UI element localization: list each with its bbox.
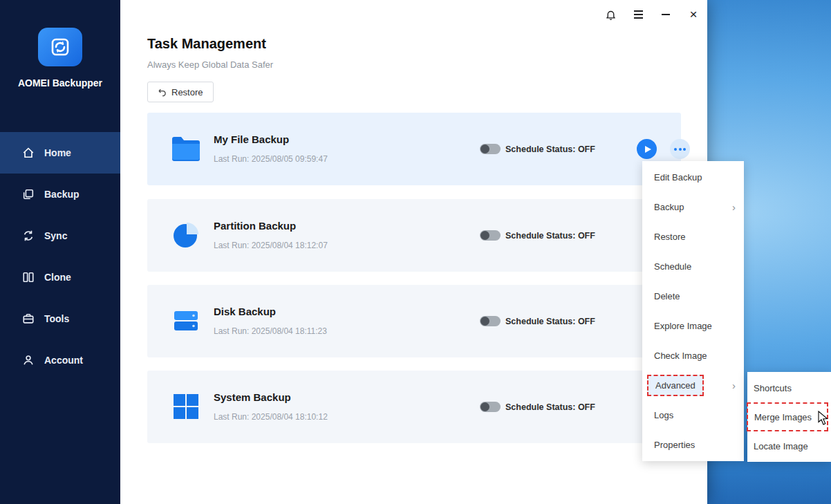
sidebar-item-label: Account xyxy=(44,355,83,366)
restore-button[interactable]: Restore xyxy=(147,82,214,102)
chevron-right-icon: › xyxy=(732,380,736,391)
run-backup-button[interactable] xyxy=(637,139,657,159)
menu-item-label: Properties xyxy=(654,440,695,450)
sidebar-item-sync[interactable]: Sync xyxy=(0,215,120,256)
menu-item-properties[interactable]: Properties xyxy=(642,430,744,460)
folder-icon xyxy=(169,132,203,165)
sidebar-item-label: Home xyxy=(44,147,71,158)
app-name: AOMEI Backupper xyxy=(0,77,120,88)
toggle-knob xyxy=(480,231,489,240)
menu-item-edit-backup[interactable]: Edit Backup xyxy=(642,162,744,192)
submenu-item-shortcuts[interactable]: Shortcuts xyxy=(747,373,831,402)
task-card-system-backup[interactable]: System Backup Last Run: 2025/08/04 18:10… xyxy=(147,371,681,443)
sidebar-item-label: Backup xyxy=(44,189,80,200)
schedule-status-label: Schedule Status: OFF xyxy=(505,144,595,154)
task-last-run: Last Run: 2025/08/04 18:11:23 xyxy=(214,326,327,336)
menu-item-label: Edit Backup xyxy=(654,172,702,183)
bell-icon xyxy=(605,9,617,21)
task-card-disk-backup[interactable]: Disk Backup Last Run: 2025/08/04 18:11:2… xyxy=(147,285,681,357)
menu-item-schedule[interactable]: Schedule xyxy=(642,252,744,281)
advanced-submenu: Shortcuts Merge Images Locate Image xyxy=(747,372,831,462)
menu-item-delete[interactable]: Delete xyxy=(642,281,744,311)
sidebar-item-label: Tools xyxy=(44,313,69,324)
close-button[interactable]: × xyxy=(683,6,704,24)
submenu-item-label: Shortcuts xyxy=(754,383,792,393)
schedule-toggle[interactable] xyxy=(480,402,501,412)
sidebar-item-backup[interactable]: Backup xyxy=(0,174,120,215)
submenu-item-merge-images[interactable]: Merge Images xyxy=(747,402,828,431)
toggle-knob xyxy=(480,402,489,411)
sidebar-item-label: Sync xyxy=(44,230,67,241)
toggle-knob xyxy=(480,317,489,326)
menu-item-label: Backup xyxy=(654,202,684,212)
menu-item-check-image[interactable]: Check Image xyxy=(642,341,744,371)
play-icon xyxy=(645,146,651,153)
page-subtitle: Always Keep Global Data Safer xyxy=(147,59,273,70)
task-last-run: Last Run: 2025/08/05 09:59:47 xyxy=(214,154,328,164)
sidebar-item-account[interactable]: Account xyxy=(0,339,120,381)
task-card-partition-backup[interactable]: Partition Backup Last Run: 2025/08/04 18… xyxy=(147,199,681,272)
sidebar-nav: Home Backup Sync Clone xyxy=(0,132,120,381)
task-name: Disk Backup xyxy=(214,306,276,317)
sidebar-item-home[interactable]: Home xyxy=(0,132,120,174)
app-logo-icon xyxy=(38,28,82,66)
menu-item-label: Delete xyxy=(654,291,680,301)
main-panel: × Task Management Always Keep Global Dat… xyxy=(120,0,707,504)
account-icon xyxy=(22,354,35,366)
sidebar-item-tools[interactable]: Tools xyxy=(0,298,120,339)
sidebar-item-label: Clone xyxy=(44,272,71,283)
submenu-item-label: Merge Images xyxy=(754,412,812,422)
notification-button[interactable] xyxy=(600,6,621,24)
submenu-item-locate-image[interactable]: Locate Image xyxy=(747,431,831,460)
task-name: Partition Backup xyxy=(214,220,296,232)
menu-item-explore-image[interactable]: Explore Image xyxy=(642,311,744,341)
undo-icon xyxy=(158,88,167,97)
menu-item-logs[interactable]: Logs xyxy=(642,400,744,430)
task-name: My File Backup xyxy=(214,133,289,145)
close-icon: × xyxy=(689,7,697,22)
sidebar-item-clone[interactable]: Clone xyxy=(0,256,120,298)
menu-item-restore[interactable]: Restore xyxy=(642,222,744,252)
restore-button-label: Restore xyxy=(171,87,203,97)
page-title: Task Management xyxy=(147,36,266,52)
menu-item-label: Logs xyxy=(654,410,673,420)
minimize-button[interactable] xyxy=(655,6,676,24)
app-menu-button[interactable] xyxy=(628,6,648,24)
menu-item-label: Explore Image xyxy=(654,321,712,331)
more-options-button[interactable] xyxy=(670,139,690,159)
task-name: System Backup xyxy=(214,391,291,403)
partition-icon xyxy=(169,218,203,252)
minimize-icon xyxy=(662,14,670,15)
chevron-right-icon: › xyxy=(732,201,736,213)
menu-item-label: Check Image xyxy=(654,351,707,361)
task-last-run: Last Run: 2025/08/04 18:12:07 xyxy=(214,241,328,250)
disk-icon xyxy=(169,304,203,337)
schedule-toggle[interactable] xyxy=(480,316,501,326)
menu-item-advanced[interactable]: Advanced› xyxy=(642,371,744,400)
task-context-menu: Edit Backup Backup› Restore Schedule Del… xyxy=(642,161,744,461)
submenu-item-label: Locate Image xyxy=(754,441,808,451)
menu-item-label: Schedule xyxy=(654,261,691,272)
backup-icon xyxy=(22,188,35,200)
sidebar: AOMEI Backupper Home Backup Sync xyxy=(0,0,120,504)
toggle-knob xyxy=(480,144,489,153)
schedule-toggle[interactable] xyxy=(480,230,501,241)
tools-icon xyxy=(22,312,35,325)
schedule-toggle[interactable] xyxy=(480,144,501,154)
menu-item-label: Restore xyxy=(654,232,686,242)
sync-icon xyxy=(22,230,35,242)
task-card-my-file-backup[interactable]: My File Backup Last Run: 2025/08/05 09:5… xyxy=(147,113,681,185)
hamburger-icon xyxy=(634,10,643,19)
menu-item-backup[interactable]: Backup› xyxy=(642,192,744,222)
clone-icon xyxy=(22,271,35,283)
schedule-status-label: Schedule Status: OFF xyxy=(505,317,595,326)
task-last-run: Last Run: 2025/08/04 18:10:12 xyxy=(214,412,328,422)
menu-item-label: Advanced xyxy=(647,375,704,396)
home-icon xyxy=(22,147,35,159)
schedule-status-label: Schedule Status: OFF xyxy=(505,402,595,412)
windows-icon xyxy=(169,390,203,423)
app-window: AOMEI Backupper Home Backup Sync xyxy=(0,0,707,504)
schedule-status-label: Schedule Status: OFF xyxy=(505,231,595,241)
